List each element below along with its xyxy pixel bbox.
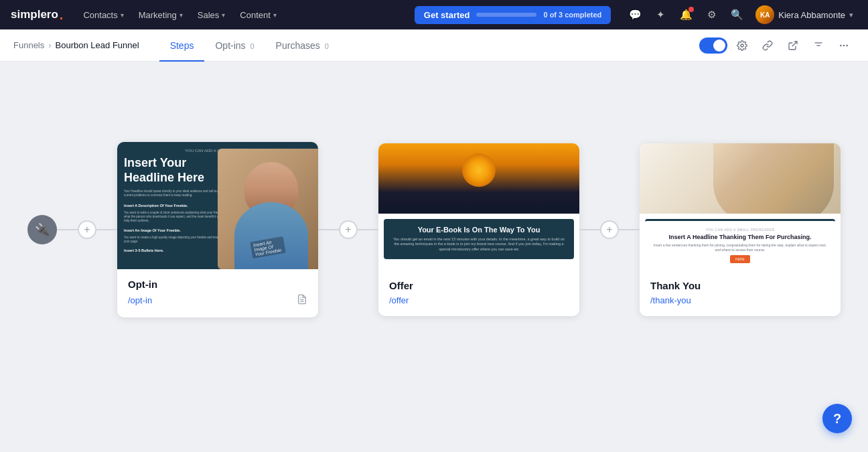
chevron-down-icon: ▾ [273, 11, 277, 19]
connector-1: + [57, 220, 117, 239]
optin-card-title: Opt-in [128, 279, 307, 290]
publish-toggle[interactable] [699, 37, 727, 54]
user-menu[interactable]: KA Kiera Abbamonte ▾ [751, 3, 857, 27]
thankyou-card-title: Thank You [650, 280, 830, 291]
sun-graphic [462, 153, 496, 187]
sub-tabs: Steps Opt-ins 0 Purchases 0 [159, 30, 699, 61]
thankyou-content-box: YOU CAN ADD A SMALL PREHEADER Insert A H… [645, 219, 835, 270]
nav-item-sales[interactable]: Sales ▾ [191, 6, 232, 24]
bell-button[interactable]: 🔔 [675, 4, 697, 25]
tab-steps-label: Steps [170, 40, 194, 51]
tab-optins[interactable]: Opt-ins 0 [204, 31, 265, 62]
user-chevron-icon: ▾ [849, 11, 853, 19]
logo-dot: . [60, 7, 64, 23]
chat-button[interactable]: 💬 [624, 4, 646, 25]
thankyou-url[interactable]: /thank-you [650, 295, 691, 305]
search-icon: 🔍 [731, 9, 743, 21]
thankyou-card-url-row: /thank-you [650, 295, 830, 305]
connector-2: + [318, 220, 378, 239]
optin-url[interactable]: /opt-in [128, 295, 152, 305]
optin-body-text-1: Your Headline should speak directly to y… [124, 190, 227, 198]
help-icon: ? [833, 411, 841, 427]
chevron-down-icon: ▾ [222, 11, 225, 19]
tab-steps[interactable]: Steps [159, 31, 205, 62]
sub-actions [699, 35, 855, 56]
offer-sunset-image [378, 143, 579, 214]
external-link-icon[interactable] [782, 35, 804, 56]
breadcrumb-parent-link[interactable]: Funnels [13, 40, 44, 50]
connector-line [96, 229, 117, 230]
nav-item-contacts[interactable]: Contacts ▾ [76, 6, 130, 24]
thankyou-preheader: YOU CAN ADD A SMALL PREHEADER [652, 228, 828, 232]
svg-line-1 [792, 42, 797, 46]
offer-content-box: Your E-Book Is On The Way To You You sho… [384, 219, 574, 259]
get-started-label: Get started [424, 10, 470, 20]
optin-bold-1: Insert A Description Of Your Freebie. [124, 204, 227, 208]
logo-text: simplero [11, 8, 58, 21]
logo[interactable]: simplero. [11, 7, 63, 23]
add-step-button-3[interactable]: + [600, 220, 619, 239]
funnel-flow: 🔌 + YOU CAN ADD A SMALL SUBTITLE Insert … [0, 75, 868, 358]
thankyou-cta-button[interactable]: HERE [730, 255, 750, 263]
thankyou-background [640, 143, 841, 214]
chevron-down-icon: ▾ [121, 11, 124, 19]
help-button[interactable]: ? [822, 404, 852, 433]
top-navigation: simplero. Contacts ▾ Marketing ▾ Sales ▾… [0, 0, 868, 29]
person-image-placeholder [713, 143, 834, 214]
connector-line [57, 229, 78, 230]
offer-url[interactable]: /offer [389, 295, 409, 305]
customize-icon[interactable] [731, 35, 753, 56]
offer-card-url-row: /offer [389, 295, 569, 305]
person-body [234, 202, 308, 269]
link-icon[interactable] [757, 35, 778, 56]
nav-label-content: Content [240, 10, 271, 20]
step-card-offer: Your E-Book Is On The Way To You You sho… [378, 143, 579, 316]
optin-bold-3: Insert 3-5 Bullets Here. [124, 248, 227, 252]
optin-body-text-2: You want to write a couple of short sent… [124, 211, 227, 224]
tab-purchases-label: Purchases [276, 40, 320, 51]
get-started-button[interactable]: Get started 0 of 3 completed [415, 6, 611, 24]
connector-line [318, 229, 339, 230]
thankyou-preview-content: YOU CAN ADD A SMALL PREHEADER Insert A H… [640, 143, 841, 271]
offer-preview-content: Your E-Book Is On The Way To You You sho… [378, 143, 579, 271]
optin-bold-2: Insert An Image Of Your Freebie. [124, 228, 227, 232]
plug-icon: 🔌 [35, 222, 50, 237]
nav-item-marketing[interactable]: Marketing ▾ [132, 6, 190, 24]
chevron-down-icon: ▾ [179, 11, 183, 19]
offer-card-info: Offer /offer [378, 271, 579, 316]
sparkle-button[interactable]: ✦ [650, 4, 671, 25]
svg-point-6 [843, 44, 845, 46]
bell-wrap: 🔔 [675, 4, 697, 25]
step-card-optin: YOU CAN ADD A SMALL SUBTITLE Insert Your… [117, 142, 318, 317]
breadcrumb-separator: › [48, 40, 51, 50]
optin-preview-content: YOU CAN ADD A SMALL SUBTITLE Insert Your… [117, 142, 318, 269]
avatar: KA [755, 5, 774, 24]
optin-body-text-3: You want to create a high-quality image … [124, 236, 227, 244]
svg-point-0 [741, 44, 743, 47]
document-icon [297, 294, 307, 307]
gear-button[interactable]: ⚙ [701, 4, 722, 25]
add-step-button-1[interactable]: + [78, 220, 96, 239]
tab-purchases[interactable]: Purchases 0 [265, 31, 340, 62]
offer-preview: Your E-Book Is On The Way To You You sho… [378, 143, 579, 271]
add-step-button-2[interactable]: + [339, 220, 358, 239]
thankyou-card-info: Thank You /thank-you [640, 271, 841, 316]
filter-icon[interactable] [808, 35, 829, 56]
tab-optins-count: 0 [250, 42, 254, 50]
nav-label-sales: Sales [198, 10, 220, 20]
nav-label-contacts: Contacts [83, 10, 117, 20]
nav-icon-group: 💬 ✦ 🔔 ⚙ 🔍 KA Kiera Abbamonte ▾ [624, 3, 857, 27]
toggle-knob [713, 40, 725, 52]
tab-optins-label: Opt-ins [215, 40, 245, 51]
more-options-icon[interactable] [833, 35, 855, 56]
sparkle-icon: ✦ [656, 9, 665, 21]
offer-content-text: You should get an email in the next 15 m… [390, 237, 567, 252]
search-button[interactable]: 🔍 [726, 4, 747, 25]
connector-line [358, 229, 378, 230]
thankyou-preview: YOU CAN ADD A SMALL PREHEADER Insert A H… [640, 143, 841, 271]
offer-card-title: Offer [389, 280, 569, 291]
optin-headline-text: Insert Your Headline Here [124, 156, 227, 185]
svg-point-7 [846, 44, 848, 46]
nav-item-content[interactable]: Content ▾ [233, 6, 283, 24]
connector-line [619, 229, 640, 230]
